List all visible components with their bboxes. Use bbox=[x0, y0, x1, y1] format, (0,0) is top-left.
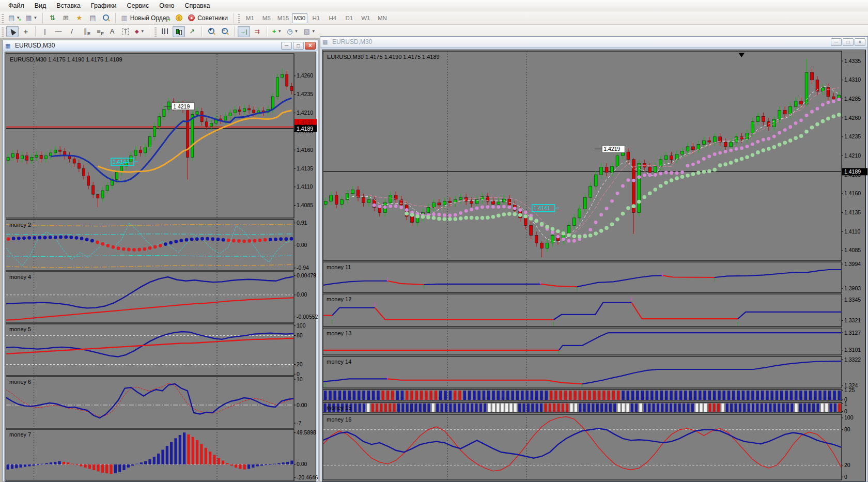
fibonacci-button[interactable]: ≡F bbox=[92, 26, 105, 37]
plus-icon: + bbox=[168, 18, 171, 23]
chart-canvas-right[interactable]: 1.42191.41411.43351.43101.42851.42601.42… bbox=[323, 51, 868, 481]
menu-window[interactable]: Окно bbox=[154, 1, 179, 10]
toolbar-separator bbox=[115, 13, 116, 23]
navigator-button[interactable]: ★ bbox=[73, 12, 85, 24]
maximize-button[interactable]: □ bbox=[843, 38, 854, 46]
terminal-button[interactable]: ▤ bbox=[86, 12, 99, 24]
standard-toolbar: ▤ + ▼ ▦ ▼ ⇅ ⊞ ★ ▤ ▥ + Новый Ордер ! ● Со… bbox=[0, 11, 868, 25]
menu-charts[interactable]: Графики bbox=[86, 1, 122, 10]
new-chart-button[interactable]: ▤ + ▼ bbox=[6, 12, 22, 24]
svg-text:money 7: money 7 bbox=[9, 431, 31, 438]
svg-text:EURUSD,M30 1.4175 1.4190 1.41: EURUSD,M30 1.4175 1.4190 1.4175 1.4189 bbox=[10, 56, 122, 63]
close-button[interactable]: × bbox=[855, 38, 865, 46]
svg-text:80: 80 bbox=[844, 426, 850, 432]
svg-text:money 14: money 14 bbox=[327, 359, 351, 365]
timeframe-m1[interactable]: M1 bbox=[242, 13, 258, 23]
toolbar-grip[interactable] bbox=[1, 26, 4, 37]
chart-canvas-left[interactable]: 1.42191.41441.42601.42351.42101.41851.41… bbox=[6, 53, 318, 482]
auto-scroll-button[interactable]: →| bbox=[238, 26, 250, 37]
menu-tools[interactable]: Сервис bbox=[122, 1, 154, 10]
toolbar-grip[interactable] bbox=[1, 13, 4, 23]
timeframe-mn[interactable]: MN bbox=[375, 13, 390, 23]
window-title-bar[interactable]: ▦ EURUSD,M30 ─ □ × bbox=[320, 37, 867, 48]
menu-view[interactable]: Вид bbox=[29, 1, 52, 10]
chart-window-right[interactable]: ▦ EURUSD,M30 ─ □ × 1.42191.41411.43351.4… bbox=[320, 36, 868, 482]
minimize-button[interactable]: ─ bbox=[281, 42, 292, 50]
timeframe-d1[interactable]: D1 bbox=[342, 13, 357, 23]
tester-icon bbox=[102, 14, 110, 22]
metaeditor-button[interactable]: ! bbox=[173, 12, 185, 24]
menu-insert[interactable]: Вставка bbox=[51, 1, 85, 10]
timeframe-h1[interactable]: H1 bbox=[308, 13, 324, 23]
profiles-button[interactable]: ▦ ▼ bbox=[23, 12, 39, 24]
advisors-label: Советники bbox=[197, 14, 228, 22]
svg-text:1.4085: 1.4085 bbox=[844, 247, 861, 253]
expert-advisors-button[interactable]: ● Советники bbox=[186, 12, 230, 24]
chart-window-left[interactable]: ▦ EURUSD,M30 ─ □ × 1.42191.41441.42601.4… bbox=[3, 40, 318, 482]
zoom-out-button[interactable]: − bbox=[219, 26, 231, 37]
toolbar-separator bbox=[202, 26, 202, 37]
minimize-button[interactable]: ─ bbox=[831, 38, 842, 46]
market-watch-button[interactable]: ⇅ bbox=[46, 12, 58, 24]
svg-text:1.3101: 1.3101 bbox=[844, 347, 861, 353]
menu-help[interactable]: Справка bbox=[179, 1, 215, 10]
svg-text:1.4135: 1.4135 bbox=[297, 165, 313, 172]
data-window-button[interactable]: ⊞ bbox=[59, 12, 72, 24]
chevron-down-icon: ▼ bbox=[312, 29, 316, 34]
strategy-tester-button[interactable] bbox=[100, 12, 112, 24]
periods-button[interactable]: ◷▼ bbox=[285, 26, 300, 37]
text-label-button[interactable]: T bbox=[119, 26, 132, 37]
close-button[interactable]: × bbox=[305, 42, 316, 50]
vertical-line-button[interactable]: | bbox=[39, 26, 51, 37]
templates-button[interactable]: ▧▼ bbox=[301, 26, 317, 37]
line-chart-button[interactable]: ↗ bbox=[186, 26, 198, 37]
svg-text:1.4189: 1.4189 bbox=[297, 126, 313, 132]
toolbar-separator bbox=[42, 13, 43, 23]
horizontal-line-button[interactable]: — bbox=[52, 26, 65, 37]
timeframe-m5[interactable]: M5 bbox=[259, 13, 274, 23]
maximize-button[interactable]: □ bbox=[293, 42, 304, 50]
panel-money-11 bbox=[323, 262, 842, 292]
text-tool-button[interactable]: A bbox=[106, 26, 118, 37]
cursor-tool-button[interactable] bbox=[6, 26, 19, 37]
window-title-bar[interactable]: ▦ EURUSD,M30 ─ □ × bbox=[3, 40, 318, 51]
menu-file[interactable]: Файл bbox=[3, 1, 29, 10]
zoom-out-icon: − bbox=[221, 28, 228, 35]
svg-text:20: 20 bbox=[844, 462, 850, 468]
svg-text:0.00: 0.00 bbox=[297, 402, 307, 408]
indicators-button[interactable]: +▼ bbox=[270, 26, 284, 37]
chevron-down-icon: ▼ bbox=[277, 29, 282, 34]
svg-text:1.3994: 1.3994 bbox=[844, 261, 861, 267]
timeframe-w1[interactable]: W1 bbox=[358, 13, 374, 23]
bar-chart-button[interactable] bbox=[159, 26, 172, 37]
panel-money-13 bbox=[323, 328, 842, 355]
timeframe-h4[interactable]: H4 bbox=[325, 13, 340, 23]
arrows-tool-button[interactable]: ◆▼ bbox=[133, 26, 147, 37]
svg-text:1.4189: 1.4189 bbox=[844, 168, 861, 175]
svg-text:0.00: 0.00 bbox=[297, 242, 307, 248]
chart-shift-button[interactable]: ⇉ bbox=[251, 26, 264, 37]
equidistant-channel-button[interactable]: ∥E bbox=[79, 26, 91, 37]
svg-text:↓: ↓ bbox=[386, 373, 390, 381]
panel-money-7 bbox=[6, 429, 294, 481]
timeframe-m15[interactable]: M15 bbox=[275, 13, 291, 23]
zoom-in-button[interactable]: + bbox=[205, 26, 218, 37]
trendline-button[interactable]: / bbox=[66, 26, 78, 37]
svg-text:-0.94: -0.94 bbox=[297, 265, 309, 271]
new-order-button[interactable]: ▥ + Новый Ордер bbox=[119, 12, 172, 24]
svg-text:1: 1 bbox=[844, 400, 847, 407]
svg-text:0.00: 0.00 bbox=[297, 291, 307, 298]
advisors-icon: ● bbox=[188, 14, 195, 21]
svg-text:↓: ↓ bbox=[629, 294, 633, 302]
toolbar-grip[interactable] bbox=[154, 26, 157, 37]
timeframe-m30[interactable]: M30 bbox=[292, 13, 307, 23]
svg-text:1.4160: 1.4160 bbox=[844, 190, 861, 196]
svg-text:0.00479: 0.00479 bbox=[297, 272, 316, 278]
candlestick-chart-button[interactable] bbox=[173, 26, 185, 37]
svg-text:1.4260: 1.4260 bbox=[297, 72, 313, 79]
svg-text:money 12: money 12 bbox=[327, 296, 351, 302]
svg-text:100: 100 bbox=[297, 322, 306, 329]
crosshair-tool-button[interactable]: + bbox=[20, 26, 32, 37]
toolbar-grip[interactable] bbox=[237, 13, 240, 23]
horizontal-line-icon: — bbox=[55, 27, 62, 35]
